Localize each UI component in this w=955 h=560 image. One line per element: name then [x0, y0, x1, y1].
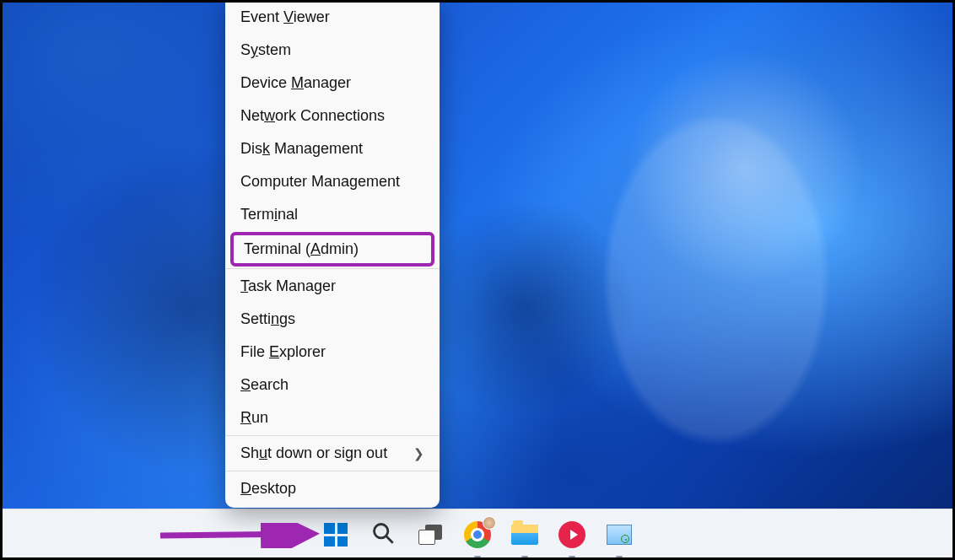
start-button[interactable]: [321, 520, 351, 550]
menu-item-network-connections[interactable]: Network Connections: [225, 100, 440, 132]
taskbar: [0, 509, 955, 560]
menu-item-run[interactable]: Run: [225, 402, 440, 433]
menu-separator: [225, 471, 440, 471]
menu-item-task-manager[interactable]: Task Manager: [225, 271, 440, 302]
winx-power-user-menu: Event Viewer System Device Manager Netwo…: [225, 0, 440, 508]
svg-line-2: [386, 536, 393, 543]
chrome-app[interactable]: [462, 520, 493, 550]
menu-separator: [225, 268, 440, 269]
search-button[interactable]: [368, 520, 398, 550]
menu-item-desktop[interactable]: Desktop: [225, 473, 440, 504]
menu-item-settings[interactable]: Settings: [225, 304, 440, 335]
running-indicator: [569, 556, 575, 558]
running-indicator: [521, 556, 528, 558]
menu-item-system[interactable]: System: [225, 35, 440, 66]
control-panel-app[interactable]: [604, 520, 634, 550]
menu-item-device-manager[interactable]: Device Manager: [225, 67, 440, 99]
menu-item-disk-management[interactable]: Disk Management: [225, 133, 440, 164]
search-icon: [371, 521, 395, 548]
control-panel-icon: [607, 525, 632, 545]
menu-item-search[interactable]: Search: [225, 369, 440, 401]
running-indicator: [616, 556, 623, 558]
menu-item-event-viewer[interactable]: Event Viewer: [225, 2, 440, 33]
screen-recorder-app[interactable]: [557, 520, 587, 550]
menu-item-terminal[interactable]: Terminal: [225, 199, 440, 230]
menu-item-terminal-admin[interactable]: Terminal (Admin): [230, 232, 434, 267]
desktop-wallpaper: [0, 0, 955, 560]
menu-item-computer-management[interactable]: Computer Management: [225, 166, 440, 197]
task-view-button[interactable]: [415, 520, 445, 550]
svg-point-1: [375, 525, 388, 538]
profile-avatar-icon: [483, 516, 496, 530]
file-explorer-app[interactable]: [510, 520, 540, 550]
task-view-icon: [418, 523, 442, 547]
menu-separator: [225, 435, 440, 436]
running-indicator: [474, 556, 481, 558]
windows-logo-icon: [324, 523, 348, 547]
chevron-right-icon: ❯: [413, 446, 424, 461]
play-circle-icon: [558, 521, 585, 548]
menu-item-shutdown-signout[interactable]: Shut down or sign out ❯: [225, 438, 440, 469]
menu-item-file-explorer[interactable]: File Explorer: [225, 337, 440, 368]
chrome-icon: [464, 521, 491, 548]
folder-icon: [511, 525, 538, 545]
